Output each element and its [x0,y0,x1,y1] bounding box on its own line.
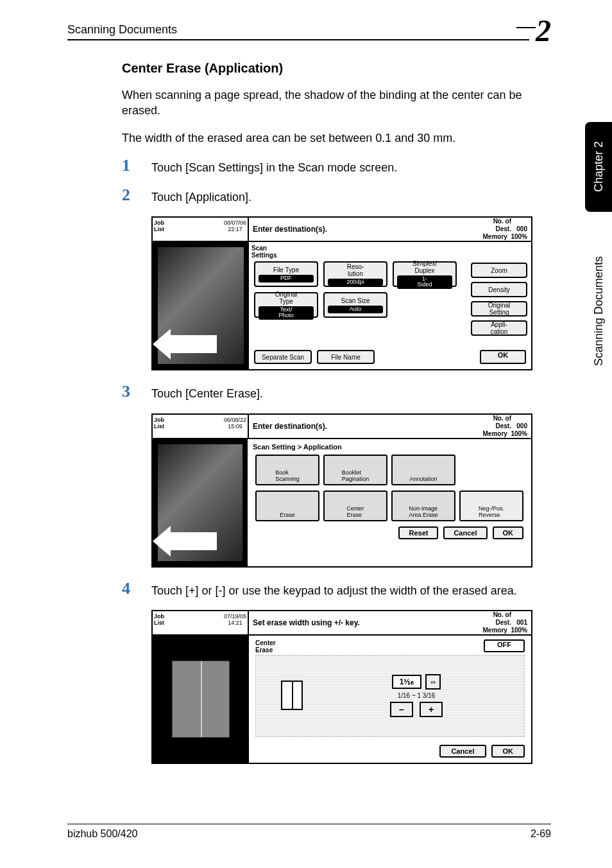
application-button[interactable]: Appli- cation [471,320,527,336]
job-list-button[interactable]: Job List 08/07/06 22:17 [151,216,248,242]
message-bar: Enter destination(s). No. of Dest. 000 M… [248,216,532,242]
memory-value: 100% [511,627,527,634]
side-tab-chapter: Chapter 2 [585,122,612,212]
preview-pane [153,439,248,566]
intro-paragraph-1: When scanning a page spread, the shadow … [122,87,532,119]
duplex-button[interactable]: Simplex/ Duplex1- Sided [393,261,457,287]
step-1-text: Touch [Scan Settings] in the Scan mode s… [151,157,397,175]
no-of-dest-label: No. of Dest. [493,611,511,627]
content: Center Erase (Application) When scanning… [122,61,532,777]
side-tab-section-label: Scanning Documents [592,256,606,366]
job-list-label: Job List [154,220,164,233]
zoom-button[interactable]: Zoom [471,263,527,278]
ok-button[interactable]: OK [480,350,526,364]
file-type-button[interactable]: File TypePDF [254,261,318,287]
file-name-button[interactable]: File Name [317,350,375,364]
side-tab-section: Scanning Documents [585,218,612,404]
scan-size-button[interactable]: Scan SizeAuto [323,292,387,318]
booklet-pagination-button[interactable]: Booklet Pagination [323,455,387,485]
neg-pos-reverse-button[interactable]: Neg-/Pos. Reverse [459,490,523,521]
memory-label: Memory [483,430,507,437]
non-image-erase-button[interactable]: Non-Image Area Erase [391,490,455,521]
ok-button[interactable]: OK [491,745,525,758]
step-1-number: 1 [122,157,151,175]
job-list-datetime: 08/07/06 22:17 [224,220,246,233]
no-of-dest-label: No. of Dest. [493,218,511,233]
message-bar: Enter destination(s). No. of Dest. 000 M… [248,413,532,439]
no-of-dest-value: 001 [516,619,527,626]
step-2-number: 2 [122,187,151,205]
arrow-icon [166,532,217,550]
unit-swap-button[interactable]: ⇔ [425,674,441,690]
book-scanning-button[interactable]: Book Scanning [255,455,319,485]
minus-button[interactable]: – [390,702,413,717]
preview-pane [153,636,249,763]
plus-button[interactable]: + [420,702,443,717]
message-text: Enter destination(s). [253,422,483,431]
duplex-value: 1- Sided [397,275,452,290]
step-2: 2 Touch [Application]. [122,187,532,205]
step-3: 3 Touch [Center Erase]. [122,383,532,401]
job-list-button[interactable]: Job List 07/19/05 14:21 [151,610,248,636]
status-block: No. of Dest. 000 Memory 100% [483,415,528,438]
original-setting-button[interactable]: Original Setting [471,301,527,317]
breadcrumb: Scan Setting > Application [250,442,529,452]
erase-label: Erase [280,512,295,519]
width-value: 1³⁄₁₆ [392,675,422,689]
footer-left: bizhub 500/420 [67,828,137,840]
scan-size-label: Scan Size [341,297,370,304]
ok-button[interactable]: OK [493,526,524,539]
step-2-text: Touch [Application]. [151,187,251,205]
job-list-label: Job List [154,417,164,430]
no-of-dest-value: 000 [516,422,527,430]
page-footer: bizhub 500/420 2-69 [67,824,551,840]
book-scanning-label: Book Scanning [275,470,300,483]
separate-scan-button[interactable]: Separate Scan [254,350,312,364]
resolution-button[interactable]: Reso- lution200dpi [323,261,387,287]
status-block: No. of Dest. 000 Memory 100% [483,218,528,241]
file-type-label: File Type [273,266,299,273]
width-range: 1/16 ~ 1 3/16 [398,692,436,699]
page-spread-icon [172,661,230,738]
file-type-value: PDF [259,275,314,282]
off-button[interactable]: OFF [484,639,525,652]
job-list-button[interactable]: Job List 06/08/22 15:09 [151,413,248,439]
arrow-icon [166,335,217,353]
original-type-button[interactable]: Original TypeText/ Photo [254,292,318,318]
book-icon [281,681,303,710]
memory-label: Memory [483,627,507,634]
running-head-title: Scanning Documents [67,23,177,37]
annotation-label: Annotation [409,476,437,483]
center-erase-button[interactable]: Center Erase [323,490,387,521]
job-list-label: Job List [154,614,164,627]
cancel-button[interactable]: Cancel [443,526,487,539]
reset-button[interactable]: Reset [398,526,438,539]
width-control: 1³⁄₁₆ ⇔ 1/16 ~ 1 3/16 – + [390,674,443,717]
side-tab-chapter-label: Chapter 2 [592,141,606,192]
preview-pane [153,242,249,369]
center-erase-label: Center Erase [255,639,276,654]
original-type-value: Text/ Photo [259,306,314,320]
cancel-button[interactable]: Cancel [439,745,486,758]
message-text: Enter destination(s). [253,225,483,234]
resolution-value: 200dpi [328,279,383,286]
resolution-label: Reso- lution [347,263,364,277]
intro-paragraph-2: The width of the erased area can be set … [122,130,532,146]
message-text: Set erase width using +/- key. [253,618,483,627]
density-button[interactable]: Density [471,282,527,297]
footer-right: 2-69 [531,828,551,840]
non-image-erase-label: Non-Image Area Erase [409,506,438,519]
job-list-datetime: 07/19/05 14:21 [224,614,246,627]
status-block: No. of Dest. 001 Memory 100% [483,611,528,634]
job-list-datetime: 06/08/22 15:09 [224,417,246,430]
erase-button[interactable]: Erase [255,490,319,521]
annotation-button[interactable]: Annotation [391,455,455,485]
neg-pos-reverse-label: Neg-/Pos. Reverse [479,506,504,519]
original-type-label: Original Type [275,291,297,305]
chapter-number: 2 [536,13,551,48]
step-4: 4 Touch [+] or [-] or use the keypad to … [122,580,532,598]
steps-list: 1 Touch [Scan Settings] in the Scan mode… [122,157,532,764]
screenshot-application: Job List 06/08/22 15:09 Enter destinatio… [151,413,532,568]
running-head: Scanning Documents [67,23,529,40]
screenshot-scan-settings: Job List 08/07/06 22:17 Enter destinatio… [151,216,532,370]
